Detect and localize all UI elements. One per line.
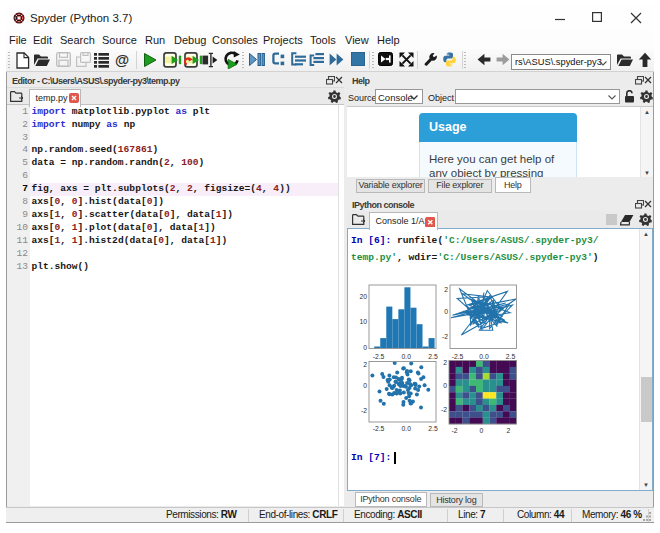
svg-text:-2.5: -2.5	[452, 353, 464, 360]
svg-text:2.5: 2.5	[506, 353, 516, 360]
svg-text:20: 20	[359, 293, 367, 300]
svg-text:10: 10	[359, 318, 367, 325]
svg-text:0: 0	[444, 308, 448, 315]
svg-text:0.0: 0.0	[402, 425, 412, 432]
svg-text:2: 2	[363, 361, 367, 368]
svg-text:-2: -2	[441, 406, 447, 413]
svg-text:2.5: 2.5	[428, 425, 438, 432]
svg-text:2: 2	[444, 286, 448, 293]
svg-text:-2.5: -2.5	[373, 353, 385, 360]
svg-text:2: 2	[443, 359, 447, 366]
svg-text:-2.5: -2.5	[373, 425, 385, 432]
svg-text:0: 0	[443, 382, 447, 389]
svg-text:-2: -2	[442, 333, 448, 340]
svg-text:2: 2	[507, 427, 511, 434]
svg-text:-2: -2	[452, 427, 458, 434]
svg-text:0: 0	[363, 382, 367, 389]
svg-text:0.0: 0.0	[479, 353, 489, 360]
svg-text:0: 0	[480, 427, 484, 434]
svg-text:-2: -2	[361, 407, 367, 414]
svg-text:0: 0	[363, 344, 367, 351]
svg-text:2.5: 2.5	[428, 353, 438, 360]
svg-text:0.0: 0.0	[402, 353, 412, 360]
